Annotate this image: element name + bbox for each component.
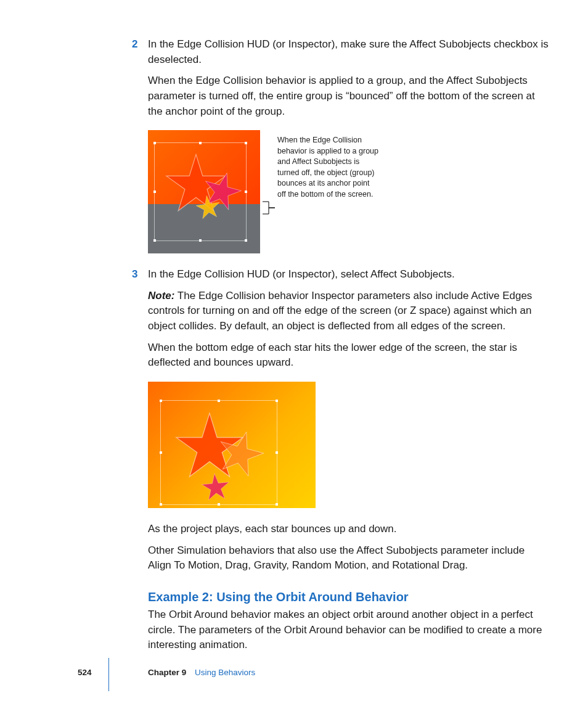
page: 2 In the Edge Collision HUD (or Inspecto… [0, 0, 588, 706]
figure-1-bracket [260, 130, 277, 253]
step-2-text-1: In the Edge Collision HUD (or Inspector)… [148, 37, 549, 67]
selection-box-2 [160, 400, 277, 505]
example-2-intro: The Orbit Around behavior makes an objec… [148, 607, 549, 653]
step-2-number: 2 [132, 37, 137, 52]
after-fig2-text-1: As the project plays, each star bounces … [148, 522, 549, 537]
step-2: 2 In the Edge Collision HUD (or Inspecto… [148, 37, 549, 119]
chapter-label: Chapter 9 Using Behaviors [148, 667, 255, 679]
figure-1-image [148, 130, 260, 253]
selection-box [154, 142, 247, 241]
step-3-text-1: In the Edge Collision HUD (or Inspector)… [148, 267, 549, 282]
figure-2-image [148, 382, 316, 508]
note-label: Note: [148, 290, 174, 302]
chapter-number: Chapter 9 [148, 668, 186, 677]
step-2-text-2: When the Edge Collision behavior is appl… [148, 73, 549, 119]
after-fig2-text-2: Other Simulation behaviors that also use… [148, 543, 549, 573]
step-3-text-2: When the bottom edge of each star hits t… [148, 340, 549, 371]
content-column: 2 In the Edge Collision HUD (or Inspecto… [148, 37, 549, 653]
figure-1: When the Edge Collision behavior is appl… [148, 130, 549, 253]
step-3-number: 3 [132, 267, 137, 282]
note-body: The Edge Collision behavior Inspector pa… [148, 290, 532, 332]
chapter-title: Using Behaviors [195, 668, 255, 677]
footer-divider [108, 658, 109, 691]
step-3-note: Note: The Edge Collision behavior Inspec… [148, 289, 549, 334]
step-3: 3 In the Edge Collision HUD (or Inspecto… [148, 267, 549, 371]
figure-1-caption: When the Edge Collision behavior is appl… [277, 130, 380, 200]
heading-example-2: Example 2: Using the Orbit Around Behavi… [148, 588, 549, 606]
page-number: 524 [78, 667, 92, 679]
